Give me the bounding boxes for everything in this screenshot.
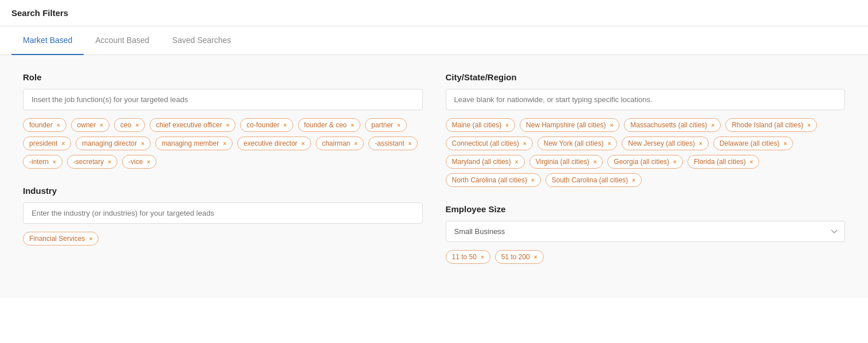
tag-rhode-island: Rhode Island (all cities)× <box>725 118 817 132</box>
remove-virginia[interactable]: × <box>594 159 597 165</box>
remove-delaware[interactable]: × <box>784 141 787 147</box>
remove-massachusetts[interactable]: × <box>711 122 714 128</box>
tag-owner: owner× <box>71 118 110 132</box>
header-bar: Search Filters <box>0 0 868 26</box>
remove-president[interactable]: × <box>61 141 65 147</box>
tag-virginia: Virginia (all cities)× <box>529 155 603 169</box>
remove-georgia[interactable]: × <box>673 159 677 165</box>
tag-north-carolina: North Carolina (all cities)× <box>446 173 541 187</box>
remove-chairman[interactable]: × <box>354 141 358 147</box>
tag-financial-services: Financial Services× <box>23 232 99 245</box>
tag-delaware: Delaware (all cities)× <box>713 137 794 150</box>
tag-maryland: Maryland (all cities)× <box>446 155 525 169</box>
remove-ceo[interactable]: × <box>135 122 139 128</box>
tag-managing-member: managing member× <box>155 137 233 150</box>
remove-chief-executive-officer[interactable]: × <box>226 122 229 128</box>
remove-south-carolina[interactable]: × <box>632 177 635 184</box>
remove-florida[interactable]: × <box>750 159 753 165</box>
tag-vice: -vice× <box>122 155 156 169</box>
tag-ceo: ceo× <box>114 118 145 132</box>
tag-co-founder: co-founder× <box>240 118 293 132</box>
remove-owner[interactable]: × <box>100 122 103 128</box>
remove-maryland[interactable]: × <box>515 159 519 165</box>
role-input[interactable] <box>23 89 423 110</box>
remove-secretary[interactable]: × <box>108 159 111 165</box>
employee-section: Employee Size Small Business Medium Busi… <box>446 204 846 264</box>
tag-founder-ceo: founder & ceo× <box>298 118 361 132</box>
remove-assistant[interactable]: × <box>408 141 411 147</box>
remove-vice[interactable]: × <box>147 159 150 165</box>
remove-new-jersey[interactable]: × <box>699 141 702 147</box>
remove-executive-director[interactable]: × <box>301 141 305 147</box>
city-input[interactable] <box>446 89 846 110</box>
remove-north-carolina[interactable]: × <box>531 177 535 184</box>
remove-new-hampshire[interactable]: × <box>610 122 613 128</box>
right-column: City/State/Region Maine (all cities)× Ne… <box>446 72 846 281</box>
tag-chief-executive-officer: chief executive officer× <box>150 118 235 132</box>
city-section: City/State/Region Maine (all cities)× Ne… <box>446 72 846 187</box>
industry-input[interactable] <box>23 202 423 224</box>
city-tags: Maine (all cities)× New Hampshire (all c… <box>446 118 846 187</box>
remove-managing-director[interactable]: × <box>141 141 144 147</box>
industry-tags: Financial Services× <box>23 232 423 245</box>
two-column-layout: Role founder× owner× ceo× chief executiv… <box>23 72 845 281</box>
remove-rhode-island[interactable]: × <box>807 122 811 128</box>
employee-tags: 11 to 50× 51 to 200× <box>446 250 846 264</box>
remove-co-founder[interactable]: × <box>284 122 287 128</box>
role-section: Role founder× owner× ceo× chief executiv… <box>23 72 423 169</box>
remove-founder[interactable]: × <box>57 122 60 128</box>
remove-managing-member[interactable]: × <box>223 141 226 147</box>
remove-intern[interactable]: × <box>53 159 56 165</box>
page-title: Search Filters <box>11 8 68 18</box>
industry-section: Industry Financial Services× <box>23 186 423 245</box>
page-wrapper: Search Filters Market Based Account Base… <box>0 0 868 343</box>
tag-founder: founder× <box>23 118 66 132</box>
remove-new-york[interactable]: × <box>607 141 611 147</box>
tag-assistant: -assistant× <box>368 137 418 150</box>
tag-massachusetts: Massachusetts (all cities)× <box>624 118 721 132</box>
remove-maine[interactable]: × <box>505 122 509 128</box>
tab-saved-searches[interactable]: Saved Searches <box>161 26 243 55</box>
tag-partner: partner× <box>365 118 407 132</box>
remove-founder-ceo[interactable]: × <box>351 122 354 128</box>
tag-south-carolina: South Carolina (all cities)× <box>545 173 642 187</box>
remove-connecticut[interactable]: × <box>523 141 527 147</box>
content-area: Role founder× owner× ceo× chief executiv… <box>0 55 868 298</box>
tag-managing-director: managing director× <box>76 137 151 150</box>
left-column: Role founder× owner× ceo× chief executiv… <box>23 72 423 281</box>
tag-intern: -intern× <box>23 155 62 169</box>
role-tags: founder× owner× ceo× chief executive off… <box>23 118 423 169</box>
employee-label: Employee Size <box>446 204 846 214</box>
tag-new-york: New York (all cities)× <box>537 137 618 150</box>
tag-11-to-50: 11 to 50× <box>446 250 490 264</box>
city-label: City/State/Region <box>446 72 846 82</box>
tag-executive-director: executive director× <box>237 137 311 150</box>
tag-51-to-200: 51 to 200× <box>495 250 544 264</box>
tabs-bar: Market Based Account Based Saved Searche… <box>0 26 868 55</box>
tag-florida: Florida (all cities)× <box>688 155 760 169</box>
tag-new-hampshire: New Hampshire (all cities)× <box>520 118 619 132</box>
tag-maine: Maine (all cities)× <box>446 118 516 132</box>
remove-financial-services[interactable]: × <box>89 236 92 242</box>
tab-account-based[interactable]: Account Based <box>84 26 160 55</box>
tag-president: president× <box>23 137 71 150</box>
remove-51-to-200[interactable]: × <box>534 254 537 260</box>
industry-label: Industry <box>23 186 423 196</box>
tag-new-jersey: New Jersey (all cities)× <box>622 137 709 150</box>
tab-market-based[interactable]: Market Based <box>11 26 84 55</box>
tag-georgia: Georgia (all cities)× <box>607 155 683 169</box>
remove-partner[interactable]: × <box>397 122 400 128</box>
tag-connecticut: Connecticut (all cities)× <box>446 137 533 150</box>
tag-secretary: -secretary× <box>67 155 117 169</box>
role-label: Role <box>23 72 423 82</box>
tag-chairman: chairman× <box>316 137 364 150</box>
remove-11-to-50[interactable]: × <box>481 254 484 260</box>
employee-size-select[interactable]: Small Business Medium Business Enterpris… <box>446 221 846 242</box>
